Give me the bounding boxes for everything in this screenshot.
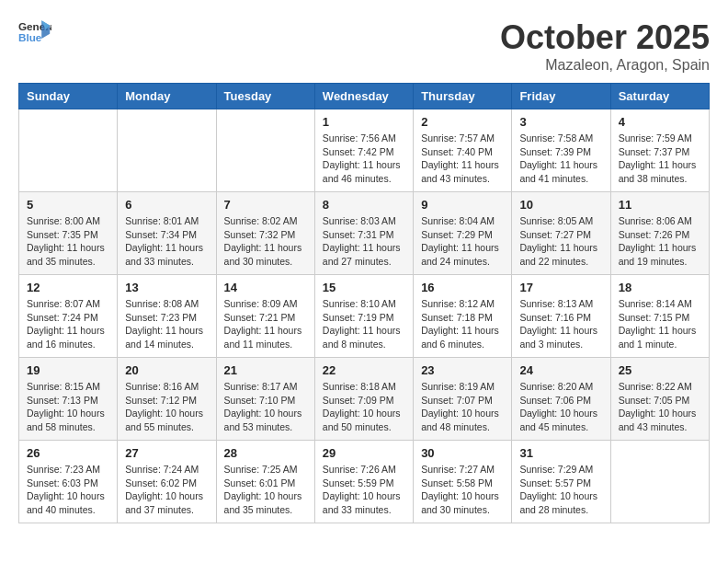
day-number: 12 <box>27 281 109 294</box>
week-row-2: 12Sunrise: 8:07 AMSunset: 7:24 PMDayligh… <box>19 275 710 358</box>
day-number: 14 <box>224 281 307 294</box>
day-number: 1 <box>323 115 405 129</box>
title-area: October 2025 Mazaleon, Aragon, Spain <box>500 18 710 74</box>
day-info: Sunrise: 8:12 AMSunset: 7:18 PMDaylight:… <box>421 297 504 351</box>
day-info: Sunrise: 8:13 AMSunset: 7:16 PMDaylight:… <box>519 297 602 351</box>
calendar-cell: 7Sunrise: 8:02 AMSunset: 7:32 PMDaylight… <box>216 192 314 275</box>
day-header-tuesday: Tuesday <box>216 84 314 109</box>
week-row-4: 26Sunrise: 7:23 AMSunset: 6:03 PMDayligh… <box>19 441 710 523</box>
calendar-cell: 19Sunrise: 8:15 AMSunset: 7:13 PMDayligh… <box>19 358 118 441</box>
day-info: Sunrise: 8:06 AMSunset: 7:26 PMDaylight:… <box>619 214 701 269</box>
day-number: 3 <box>519 115 602 129</box>
week-row-0: 1Sunrise: 7:56 AMSunset: 7:42 PMDaylight… <box>19 109 710 192</box>
calendar-cell: 20Sunrise: 8:16 AMSunset: 7:12 PMDayligh… <box>118 358 216 441</box>
day-info: Sunrise: 7:57 AMSunset: 7:40 PMDaylight:… <box>421 132 504 186</box>
day-info: Sunrise: 7:29 AMSunset: 5:57 PMDaylight:… <box>519 463 602 517</box>
calendar-cell: 27Sunrise: 7:24 AMSunset: 6:02 PMDayligh… <box>118 441 216 523</box>
day-info: Sunrise: 8:00 AMSunset: 7:35 PMDaylight:… <box>27 214 109 269</box>
day-number: 8 <box>323 198 405 212</box>
calendar-cell: 1Sunrise: 7:56 AMSunset: 7:42 PMDaylight… <box>314 109 413 192</box>
day-number: 21 <box>224 363 307 377</box>
day-number: 4 <box>619 115 701 129</box>
calendar-cell: 11Sunrise: 8:06 AMSunset: 7:26 PMDayligh… <box>610 192 709 275</box>
day-number: 18 <box>619 281 701 294</box>
calendar-cell: 14Sunrise: 8:09 AMSunset: 7:21 PMDayligh… <box>216 275 314 358</box>
calendar-header-row: SundayMondayTuesdayWednesdayThursdayFrid… <box>19 84 710 109</box>
day-info: Sunrise: 8:02 AMSunset: 7:32 PMDaylight:… <box>224 214 307 269</box>
day-number: 6 <box>125 198 208 212</box>
day-info: Sunrise: 8:18 AMSunset: 7:09 PMDaylight:… <box>323 380 405 434</box>
logo: General Blue <box>18 18 51 44</box>
week-row-3: 19Sunrise: 8:15 AMSunset: 7:13 PMDayligh… <box>19 358 710 441</box>
day-info: Sunrise: 7:27 AMSunset: 5:58 PMDaylight:… <box>421 463 504 517</box>
calendar-cell: 9Sunrise: 8:04 AMSunset: 7:29 PMDaylight… <box>414 192 512 275</box>
day-number: 16 <box>421 281 504 294</box>
calendar-table: SundayMondayTuesdayWednesdayThursdayFrid… <box>18 83 710 523</box>
day-info: Sunrise: 8:22 AMSunset: 7:05 PMDaylight:… <box>619 380 701 434</box>
day-number: 25 <box>619 363 701 377</box>
calendar-cell: 26Sunrise: 7:23 AMSunset: 6:03 PMDayligh… <box>19 441 118 523</box>
calendar-cell <box>610 441 709 523</box>
calendar-cell: 16Sunrise: 8:12 AMSunset: 7:18 PMDayligh… <box>414 275 512 358</box>
day-number: 9 <box>421 198 504 212</box>
calendar-cell: 22Sunrise: 8:18 AMSunset: 7:09 PMDayligh… <box>314 358 413 441</box>
day-info: Sunrise: 8:10 AMSunset: 7:19 PMDaylight:… <box>323 297 405 351</box>
calendar-cell: 25Sunrise: 8:22 AMSunset: 7:05 PMDayligh… <box>610 358 709 441</box>
calendar-cell: 8Sunrise: 8:03 AMSunset: 7:31 PMDaylight… <box>314 192 413 275</box>
calendar-cell: 23Sunrise: 8:19 AMSunset: 7:07 PMDayligh… <box>414 358 512 441</box>
calendar-cell <box>216 109 314 192</box>
day-info: Sunrise: 8:01 AMSunset: 7:34 PMDaylight:… <box>125 214 208 269</box>
day-info: Sunrise: 7:23 AMSunset: 6:03 PMDaylight:… <box>27 463 109 517</box>
day-info: Sunrise: 8:09 AMSunset: 7:21 PMDaylight:… <box>224 297 307 351</box>
day-number: 20 <box>125 363 208 377</box>
day-number: 22 <box>323 363 405 377</box>
calendar-cell: 4Sunrise: 7:59 AMSunset: 7:37 PMDaylight… <box>610 109 709 192</box>
day-info: Sunrise: 7:56 AMSunset: 7:42 PMDaylight:… <box>323 132 405 186</box>
svg-text:Blue: Blue <box>18 31 42 43</box>
day-number: 7 <box>224 198 307 212</box>
week-row-1: 5Sunrise: 8:00 AMSunset: 7:35 PMDaylight… <box>19 192 710 275</box>
calendar-cell: 13Sunrise: 8:08 AMSunset: 7:23 PMDayligh… <box>118 275 216 358</box>
day-number: 28 <box>224 446 307 460</box>
day-info: Sunrise: 7:25 AMSunset: 6:01 PMDaylight:… <box>224 463 307 517</box>
calendar-cell <box>118 109 216 192</box>
calendar-cell: 10Sunrise: 8:05 AMSunset: 7:27 PMDayligh… <box>512 192 610 275</box>
day-info: Sunrise: 7:24 AMSunset: 6:02 PMDaylight:… <box>125 463 208 517</box>
day-info: Sunrise: 8:03 AMSunset: 7:31 PMDaylight:… <box>323 214 405 269</box>
calendar-cell: 31Sunrise: 7:29 AMSunset: 5:57 PMDayligh… <box>512 441 610 523</box>
day-header-sunday: Sunday <box>19 84 118 109</box>
day-info: Sunrise: 7:58 AMSunset: 7:39 PMDaylight:… <box>519 132 602 186</box>
day-number: 5 <box>27 198 109 212</box>
calendar-cell: 3Sunrise: 7:58 AMSunset: 7:39 PMDaylight… <box>512 109 610 192</box>
day-number: 26 <box>27 446 109 460</box>
day-info: Sunrise: 8:08 AMSunset: 7:23 PMDaylight:… <box>125 297 208 351</box>
calendar-cell: 30Sunrise: 7:27 AMSunset: 5:58 PMDayligh… <box>414 441 512 523</box>
calendar-cell: 5Sunrise: 8:00 AMSunset: 7:35 PMDaylight… <box>19 192 118 275</box>
day-info: Sunrise: 8:16 AMSunset: 7:12 PMDaylight:… <box>125 380 208 434</box>
calendar-cell: 24Sunrise: 8:20 AMSunset: 7:06 PMDayligh… <box>512 358 610 441</box>
day-info: Sunrise: 8:20 AMSunset: 7:06 PMDaylight:… <box>519 380 602 434</box>
day-info: Sunrise: 8:04 AMSunset: 7:29 PMDaylight:… <box>421 214 504 269</box>
day-header-wednesday: Wednesday <box>314 84 413 109</box>
calendar-cell: 6Sunrise: 8:01 AMSunset: 7:34 PMDaylight… <box>118 192 216 275</box>
day-info: Sunrise: 8:19 AMSunset: 7:07 PMDaylight:… <box>421 380 504 434</box>
day-info: Sunrise: 8:15 AMSunset: 7:13 PMDaylight:… <box>27 380 109 434</box>
calendar-cell: 18Sunrise: 8:14 AMSunset: 7:15 PMDayligh… <box>610 275 709 358</box>
day-number: 29 <box>323 446 405 460</box>
day-number: 13 <box>125 281 208 294</box>
page-header: General Blue October 2025 Mazaleon, Arag… <box>18 18 710 74</box>
calendar-cell: 29Sunrise: 7:26 AMSunset: 5:59 PMDayligh… <box>314 441 413 523</box>
day-number: 17 <box>519 281 602 294</box>
day-header-friday: Friday <box>512 84 610 109</box>
day-number: 31 <box>519 446 602 460</box>
day-header-monday: Monday <box>118 84 216 109</box>
day-number: 27 <box>125 446 208 460</box>
day-number: 15 <box>323 281 405 294</box>
month-title: October 2025 <box>500 18 710 57</box>
day-info: Sunrise: 8:07 AMSunset: 7:24 PMDaylight:… <box>27 297 109 351</box>
calendar-cell <box>19 109 118 192</box>
logo-icon: General Blue <box>18 18 51 44</box>
day-number: 23 <box>421 363 504 377</box>
calendar-cell: 12Sunrise: 8:07 AMSunset: 7:24 PMDayligh… <box>19 275 118 358</box>
day-info: Sunrise: 7:59 AMSunset: 7:37 PMDaylight:… <box>619 132 701 186</box>
